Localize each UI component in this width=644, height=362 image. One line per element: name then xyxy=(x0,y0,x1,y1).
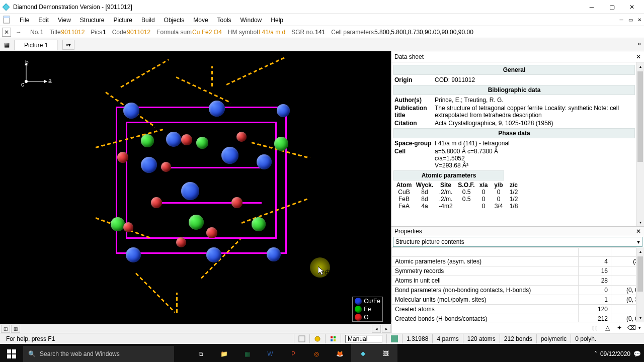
search-placeholder: Search the web and Windows xyxy=(40,350,120,357)
taskbar-search[interactable]: 🔍 Search the web and Windows xyxy=(23,346,174,362)
properties-body[interactable]: Atomic parameters (asym. sites)4(3) Symm… xyxy=(391,247,644,322)
pubtitle-key: Publication title xyxy=(394,105,435,119)
infolabel-code: Code xyxy=(112,29,127,36)
vp-next-button[interactable]: ▸ xyxy=(382,325,391,333)
citation-value: Acta Crystallographica, 9, 1025-1028 (19… xyxy=(435,120,634,127)
svg-marker-11 xyxy=(318,266,324,275)
status-mode-input[interactable]: Manual xyxy=(345,335,382,343)
svg-text:b: b xyxy=(25,60,29,66)
menu-edit[interactable]: Edit xyxy=(34,15,53,25)
authors-key: Author(s) xyxy=(394,97,435,104)
tray-clock[interactable]: 09/12/2020 xyxy=(597,351,633,357)
taskbar-photos-icon[interactable]: 🖼 xyxy=(374,344,397,362)
menu-tools[interactable]: Tools xyxy=(213,15,236,25)
table-row: CuB8d.2/m.0.5001/2 xyxy=(393,189,635,196)
datasheet-title: Data sheet xyxy=(394,53,424,60)
collapse-right-icon[interactable]: » xyxy=(637,40,641,47)
svg-text:c: c xyxy=(21,81,24,88)
status-icon-3[interactable] xyxy=(325,334,341,343)
properties-scrollbar[interactable]: ▴▾ xyxy=(636,247,644,322)
new-tab-button[interactable]: ▫▾ xyxy=(62,40,74,50)
vp-tool-1[interactable]: ◫ xyxy=(1,325,10,333)
atom-table: Atom Wyck. Site S.O.F. x/a y/b z/c CuB8d… xyxy=(393,182,635,210)
properties-table: Atomic parameters (asym. sites)4(3) Symm… xyxy=(391,247,644,322)
section-phase: Phase data xyxy=(393,128,635,138)
tray-notifications-icon[interactable]: 💬 xyxy=(633,350,641,357)
cell-line3: V=293.68 Å³ xyxy=(435,162,634,169)
menu-file[interactable]: File xyxy=(15,15,34,25)
properties-title: Properties xyxy=(394,228,422,235)
svg-rect-19 xyxy=(331,339,333,341)
infolabel-hm: HM symbol xyxy=(228,29,258,36)
table-row: Atoms in unit cell28 xyxy=(392,276,644,286)
infoval-pics: 1 xyxy=(103,29,106,36)
datasheet-body[interactable]: General OriginCOD: 9011012 Bibliographic… xyxy=(391,62,644,226)
status-distance: 1.31988 xyxy=(402,334,432,343)
menu-structure[interactable]: Structure xyxy=(75,15,109,25)
spacegroup-key: Space-group xyxy=(394,140,435,147)
tool-triangle-icon[interactable]: △ xyxy=(602,323,612,332)
menu-objects[interactable]: Objects xyxy=(159,15,189,25)
svg-text:a: a xyxy=(48,77,52,84)
taskbar-diamond-icon[interactable]: ◆ xyxy=(351,344,374,362)
mdi-minimize-button[interactable]: ─ xyxy=(617,16,626,24)
menu-move[interactable]: Move xyxy=(189,15,212,25)
datasheet-close-icon[interactable]: ✕ xyxy=(636,53,641,60)
maximize-button[interactable]: ▢ xyxy=(602,1,622,13)
svg-rect-20 xyxy=(334,339,336,341)
tool-histogram-icon[interactable]: ⫿⫿ xyxy=(590,323,600,332)
properties-close-icon[interactable]: ✕ xyxy=(636,228,641,235)
taskbar-explorer-icon[interactable]: 📁 xyxy=(212,344,235,362)
legend-label: Cu/Fe xyxy=(364,298,380,305)
info-close-icon[interactable]: ✕ xyxy=(2,28,11,37)
taskbar-firefox-icon[interactable]: 🦊 xyxy=(328,344,351,362)
status-icon-1[interactable] xyxy=(294,334,309,343)
mdi-close-button[interactable]: ✕ xyxy=(635,16,644,24)
vp-prev-button[interactable]: ◂ xyxy=(372,325,381,333)
table-row: Symmetry records16 xyxy=(392,266,644,276)
status-bonds: 212 bonds xyxy=(500,334,536,343)
grid-view-icon[interactable]: ▦ xyxy=(2,40,12,50)
taskbar-word-icon[interactable]: W xyxy=(259,344,282,362)
info-next-icon[interactable]: → xyxy=(13,28,24,37)
datasheet-scrollbar[interactable]: ▴▾ xyxy=(636,62,644,226)
svg-rect-15 xyxy=(299,336,305,342)
legend-label: O xyxy=(364,314,368,321)
chevron-down-icon[interactable]: ▾ xyxy=(638,325,641,330)
status-icon-2[interactable] xyxy=(309,334,325,343)
tool-wand-icon[interactable]: ✦ xyxy=(614,323,624,332)
citation-key: Citation xyxy=(394,120,435,127)
svg-rect-18 xyxy=(334,336,336,338)
tab-picture-1[interactable]: Picture 1 xyxy=(15,40,57,50)
table-row: Atomic parameters (asym. sites)4(3) xyxy=(392,257,644,266)
minimize-button[interactable]: ─ xyxy=(582,1,602,13)
properties-selector[interactable]: Structure picture contents ▾ xyxy=(393,237,642,247)
menu-help[interactable]: Help xyxy=(266,15,288,25)
status-color-swatch[interactable] xyxy=(386,334,402,343)
vp-tool-2[interactable]: ▥ xyxy=(11,325,20,333)
window-title: Diamond Demonstration Version - [9011012… xyxy=(13,4,582,11)
taskbar-taskview-icon[interactable]: ⧉ xyxy=(189,344,212,362)
menu-window[interactable]: Window xyxy=(236,15,267,25)
taskbar-excel-icon[interactable]: ▦ xyxy=(235,344,259,362)
svg-rect-17 xyxy=(331,336,333,338)
tool-eraser-icon[interactable]: ⌫ xyxy=(626,323,636,332)
3d-viewport[interactable]: b a c xyxy=(0,51,391,333)
close-button[interactable]: ✕ xyxy=(622,1,642,13)
menu-picture[interactable]: Picture xyxy=(109,15,137,25)
section-general: General xyxy=(393,65,635,75)
status-polyh: 0 polyh. xyxy=(571,334,600,343)
app-icon xyxy=(2,3,10,11)
svg-rect-21 xyxy=(391,335,398,342)
table-row: Molecular units (mol./polym. sites)1(0, … xyxy=(392,295,644,305)
mdi-restore-button[interactable]: ▭ xyxy=(626,16,635,24)
taskbar-ppt-icon[interactable]: P xyxy=(282,344,305,362)
taskbar-app-icon[interactable]: ◎ xyxy=(305,344,328,362)
menu-build[interactable]: Build xyxy=(137,15,159,25)
cell-line1: a=5.8000 Å c=8.7300 Å xyxy=(435,148,634,155)
origin-value: COD: 9011012 xyxy=(435,76,634,83)
properties-selector-value: Structure picture contents xyxy=(395,238,464,245)
start-button[interactable] xyxy=(0,344,23,362)
svg-rect-2 xyxy=(4,16,10,18)
menu-view[interactable]: View xyxy=(53,15,75,25)
